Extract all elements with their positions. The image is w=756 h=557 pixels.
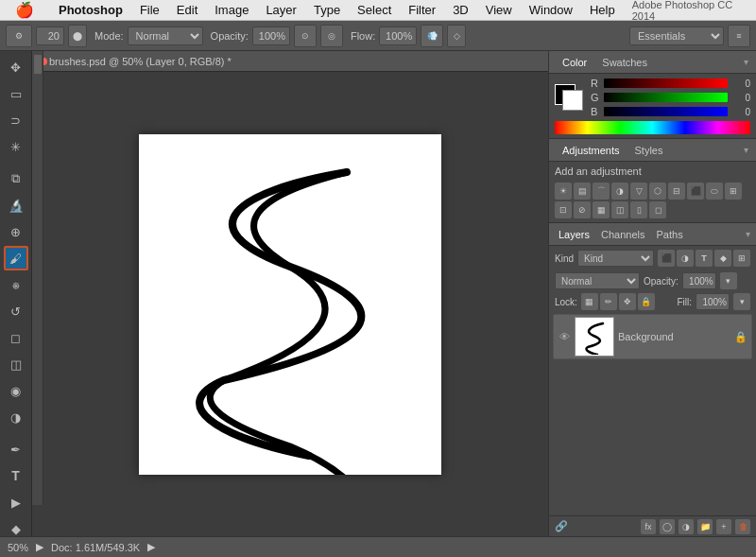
fg-bg-swatch[interactable] xyxy=(555,84,583,111)
filter-text-btn[interactable]: T xyxy=(696,250,713,267)
history-brush-tool[interactable]: ↺ xyxy=(4,299,28,323)
drawing-canvas[interactable] xyxy=(139,134,441,475)
photo-filter-adj[interactable]: ⬭ xyxy=(706,183,723,200)
levels-adj[interactable]: ▤ xyxy=(574,183,591,200)
opacity-layer-input[interactable] xyxy=(682,272,716,289)
new-group-btn[interactable]: 📁 xyxy=(697,519,713,534)
opacity-options-btn[interactable]: ▾ xyxy=(720,272,737,289)
brush-size-input[interactable] xyxy=(36,26,64,45)
kind-select[interactable]: Kind xyxy=(577,250,654,267)
layer-visibility-toggle[interactable]: 👁 xyxy=(558,330,571,343)
menu-filter[interactable]: Filter xyxy=(401,1,443,19)
airbrush-icon[interactable]: 💨 xyxy=(421,25,443,47)
new-fill-adj-btn[interactable]: ◑ xyxy=(679,519,694,534)
dodge-tool[interactable]: ◑ xyxy=(4,405,28,429)
apple-menu[interactable]: 🍎 xyxy=(8,0,42,21)
fill-options-btn[interactable]: ▾ xyxy=(733,293,750,310)
bw-adj[interactable]: ⬛ xyxy=(687,183,704,200)
healing-tool[interactable]: ⊕ xyxy=(4,219,28,244)
menu-help[interactable]: Help xyxy=(582,1,623,19)
fill-input[interactable] xyxy=(696,293,730,310)
workspace-select[interactable]: Essentials xyxy=(629,26,724,45)
menu-type[interactable]: Type xyxy=(306,1,348,19)
menu-edit[interactable]: Edit xyxy=(169,1,205,19)
zoom-arrow[interactable]: ▶ xyxy=(36,541,43,553)
brightness-contrast-adj[interactable]: ☀ xyxy=(555,183,572,200)
tablet-pressure-size[interactable]: ◇ xyxy=(447,25,466,47)
filter-shape-btn[interactable]: ◆ xyxy=(714,250,731,267)
blend-mode-layer-select[interactable]: Normal xyxy=(555,272,640,289)
invert-adj[interactable]: ⊘ xyxy=(574,201,591,218)
tab-color[interactable]: Color xyxy=(557,55,593,70)
delete-layer-btn[interactable]: 🗑 xyxy=(735,519,750,534)
flow-input[interactable] xyxy=(379,26,417,45)
always-use-pressure[interactable]: ◎ xyxy=(320,25,343,47)
rect-select-tool[interactable]: ▭ xyxy=(4,81,28,106)
filter-pixel-btn[interactable]: ⬛ xyxy=(658,250,675,267)
lasso-tool[interactable]: ⊃ xyxy=(4,108,28,132)
workspace-options[interactable]: ≡ xyxy=(728,25,750,47)
menu-photoshop[interactable]: Photoshop xyxy=(51,1,130,19)
brush-preset-picker[interactable]: ⚙ xyxy=(6,25,32,47)
menu-layer[interactable]: Layer xyxy=(258,1,304,19)
menu-3d[interactable]: 3D xyxy=(445,1,476,19)
doc-arrow[interactable]: ▶ xyxy=(147,541,155,553)
selective-color-adj[interactable]: ◻ xyxy=(649,201,666,218)
lock-transparent-btn[interactable]: ▦ xyxy=(581,293,598,310)
menu-view[interactable]: View xyxy=(478,1,520,19)
lock-all-btn[interactable]: 🔒 xyxy=(638,293,655,310)
tab-adjustments[interactable]: Adjustments xyxy=(557,143,626,158)
b-channel-slider[interactable] xyxy=(604,107,728,116)
text-tool[interactable]: T xyxy=(4,463,28,488)
threshold-adj[interactable]: ◫ xyxy=(611,201,628,218)
g-channel-slider[interactable] xyxy=(604,93,728,102)
add-fx-btn[interactable]: fx xyxy=(641,519,656,534)
move-tool[interactable]: ✥ xyxy=(4,55,28,79)
tablet-pressure-opacity[interactable]: ⊙ xyxy=(294,25,317,47)
menu-file[interactable]: File xyxy=(132,1,167,19)
menu-window[interactable]: Window xyxy=(522,1,580,19)
magic-wand-tool[interactable]: ✳ xyxy=(4,134,28,159)
background-swatch[interactable] xyxy=(562,90,583,111)
brush-size-icon[interactable]: ⬤ xyxy=(68,25,87,47)
clone-stamp-tool[interactable]: ⎈ xyxy=(4,272,28,297)
shape-tool[interactable]: ◆ xyxy=(4,516,28,536)
new-layer-btn[interactable]: + xyxy=(716,519,731,534)
tab-paths[interactable]: Paths xyxy=(653,227,687,242)
hue-sat-adj[interactable]: ⬡ xyxy=(649,183,666,200)
adj-panel-collapse[interactable]: ▾ xyxy=(744,145,748,155)
canvas-wrapper[interactable] xyxy=(32,72,548,536)
tab-layers[interactable]: Layers xyxy=(555,227,593,242)
exposure-adj[interactable]: ◑ xyxy=(611,183,628,200)
r-channel-slider[interactable] xyxy=(604,78,728,88)
filter-smart-btn[interactable]: ⊞ xyxy=(733,250,750,267)
eraser-tool[interactable]: ◻ xyxy=(4,325,28,350)
color-balance-adj[interactable]: ⊟ xyxy=(668,183,685,200)
blur-tool[interactable]: ◉ xyxy=(4,378,28,403)
channel-mixer-adj[interactable]: ⊞ xyxy=(725,183,742,200)
crop-tool[interactable]: ⧉ xyxy=(4,166,28,191)
color-panel-collapse[interactable]: ▾ xyxy=(744,57,748,67)
brush-tool[interactable]: 🖌 xyxy=(4,246,28,270)
lock-position-btn[interactable]: ✥ xyxy=(619,293,636,310)
tab-channels[interactable]: Channels xyxy=(597,227,648,242)
tab-styles[interactable]: Styles xyxy=(629,143,669,158)
filter-adj-btn[interactable]: ◑ xyxy=(677,250,694,267)
color-spectrum-bar[interactable] xyxy=(555,121,750,134)
menu-image[interactable]: Image xyxy=(207,1,256,19)
menu-select[interactable]: Select xyxy=(350,1,399,19)
add-mask-btn[interactable]: ◯ xyxy=(660,519,675,534)
blend-mode-select[interactable]: Normal xyxy=(128,26,203,45)
curves-adj[interactable]: ⌒ xyxy=(593,183,610,200)
vibrance-adj[interactable]: ▽ xyxy=(630,183,647,200)
gradient-tool[interactable]: ◫ xyxy=(4,352,28,376)
lock-paint-btn[interactable]: ✏ xyxy=(600,293,617,310)
tab-swatches[interactable]: Swatches xyxy=(596,55,653,70)
gradient-map-adj[interactable]: ▯ xyxy=(630,201,647,218)
path-select-tool[interactable]: ▶ xyxy=(4,490,28,514)
opacity-input[interactable] xyxy=(252,26,290,45)
posterize-adj[interactable]: ▦ xyxy=(593,201,610,218)
color-lookup-adj[interactable]: ⊡ xyxy=(555,201,572,218)
layers-panel-collapse[interactable]: ▾ xyxy=(746,229,750,239)
background-layer-row[interactable]: 👁 Background 🔒 xyxy=(553,314,752,359)
